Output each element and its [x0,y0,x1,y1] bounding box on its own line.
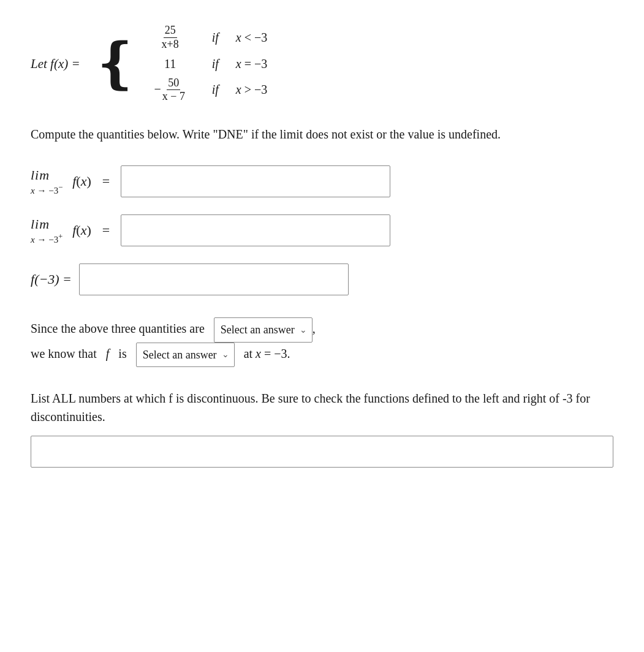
case-expr-2: 11 [146,57,195,71]
conclusion-text2: , [313,322,316,335]
case-row-3: − 50 x − 7 if x > −3 [146,77,297,104]
lim2-word: lim [31,216,50,232]
chevron-down-icon-2: ⌄ [222,347,229,362]
lim2-func: f(x) [72,222,91,238]
conclusion-space3 [112,347,115,360]
conclusion-text4: is [118,347,126,360]
lim2-equals: = [102,222,110,238]
case-row-2: 11 if x = −3 [146,57,297,71]
conclusion-space1 [208,322,211,335]
description-text: Compute the quantities below. Write "DNE… [31,125,613,143]
limit2-block: lim x → −3+ [31,216,63,245]
conclusion-text5: at x = −3. [244,347,290,360]
fraction-1: 25 x+8 [161,25,180,51]
dropdown1-label: Select an answer [221,320,295,339]
fx-answer-box[interactable] [79,263,349,295]
fx-minus3-row: f(−3) = [31,263,613,295]
conclusion-space2 [100,347,103,360]
limit2-row: lim x → −3+ f(x) = [31,214,613,246]
list-text: List ALL numbers at which f is discontin… [31,389,613,426]
frac3-denominator: x − 7 [161,90,186,103]
list-section: List ALL numbers at which f is discontin… [31,389,613,468]
limit2-top: lim [31,216,50,232]
fx-label: f(−3) = [31,271,72,287]
case-cond-2: x = −3 [236,57,297,71]
conclusion-space4 [130,347,133,360]
limit1-block: lim x → −3− [31,167,63,196]
case-if-2: if [212,57,219,71]
dropdown2-label: Select an answer [143,346,217,365]
lim1-func: f(x) [72,173,91,189]
let-label: Let f(x) = [31,56,80,72]
list-answer-box[interactable] [31,436,613,468]
big-brace: ❴ [93,36,138,91]
frac3-numerator: 50 [167,77,180,91]
limit2-answer-box[interactable] [121,214,390,246]
limit1-top: lim [31,167,50,183]
conclusion-space5 [238,347,241,360]
piecewise-section: Let f(x) = ❴ 25 x+8 if x < −3 11 if x = … [31,25,613,103]
case-cond-1: x < −3 [236,31,297,45]
limit1-row: lim x → −3− f(x) = [31,165,613,197]
cases-table: 25 x+8 if x < −3 11 if x = −3 − 50 x − 7 [146,25,297,103]
case-expr-3: − 50 x − 7 [146,77,195,104]
select-dropdown-2[interactable]: Select an answer ⌄ [136,343,235,368]
chevron-down-icon-1: ⌄ [300,323,307,338]
frac1-denominator: x+8 [161,38,180,51]
lim2-subscript: x → −3+ [31,232,63,245]
conclusion-text1: Since the above three quantities are [31,322,205,335]
frac1-numerator: 25 [164,25,177,38]
case-expr-1: 25 x+8 [146,25,195,51]
conclusion-text3: we know that [31,347,97,360]
conclusion-section: Since the above three quantities are Sel… [31,317,613,367]
case-if-1: if [212,31,219,45]
lim1-subscript: x → −3− [31,183,63,196]
fraction-3: 50 x − 7 [161,77,186,104]
case-if-3: if [212,83,219,97]
brace-container: ❴ 25 x+8 if x < −3 11 if x = −3 [93,25,297,103]
lim1-word: lim [31,167,50,183]
lim1-equals: = [102,173,110,189]
select-dropdown-1[interactable]: Select an answer ⌄ [214,317,313,343]
f-italic: f [106,347,110,360]
case-cond-3: x > −3 [236,83,297,97]
limit1-answer-box[interactable] [121,165,390,197]
case-row-1: 25 x+8 if x < −3 [146,25,297,51]
